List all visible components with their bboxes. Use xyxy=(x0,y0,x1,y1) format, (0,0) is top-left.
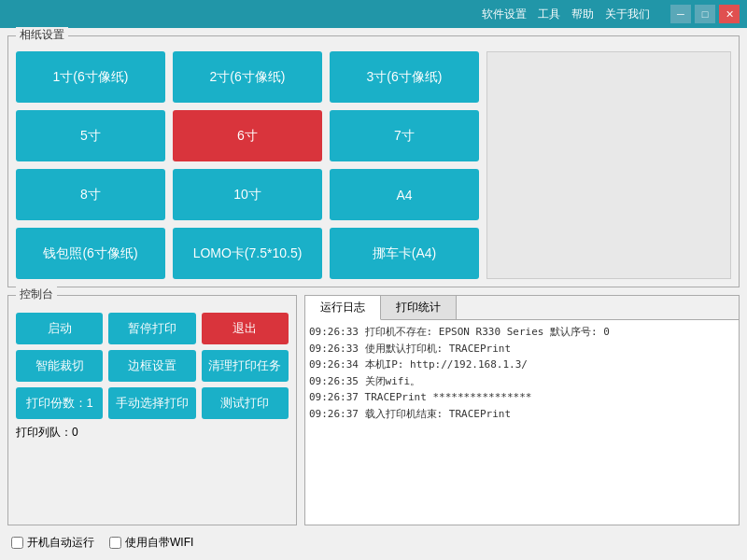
ctrl-row2-btn-2[interactable]: 清理打印任务 xyxy=(202,350,289,382)
menu-bar: 软件设置 工具 帮助 关于我们 xyxy=(7,7,659,22)
log-line: 09:26:37 TRACEPrint **************** xyxy=(309,389,735,406)
paper-btn-7[interactable]: 10寸 xyxy=(173,169,322,220)
control-panel: 控制台 启动暂停打印退出 智能裁切边框设置清理打印任务 打印份数：1手动选择打印… xyxy=(7,295,297,525)
footer: 开机自动运行 使用自带WIFI xyxy=(7,533,740,553)
paper-section-title: 相纸设置 xyxy=(16,27,68,43)
paper-btn-2[interactable]: 3寸(6寸像纸) xyxy=(330,51,479,103)
wifi-label: 使用自带WIFI xyxy=(125,535,193,551)
close-button[interactable]: ✕ xyxy=(719,5,740,23)
log-line: 09:26:37 载入打印机结束: TRACEPrint xyxy=(309,406,735,423)
log-line: 09:26:33 使用默认打印机: TRACEPrint xyxy=(309,341,735,357)
window-controls: ─ □ ✕ xyxy=(670,5,740,23)
paper-btn-10[interactable]: LOMO卡(7.5*10.5) xyxy=(173,228,322,279)
log-line: 09:26:34 本机IP: http://192.168.1.3/ xyxy=(309,357,735,373)
control-row1: 启动暂停打印退出 xyxy=(16,313,289,344)
ctrl-row3-btn-1[interactable]: 手动选择打印 xyxy=(108,387,195,419)
ctrl-row1-btn-1[interactable]: 暂停打印 xyxy=(108,313,195,344)
paper-btn-1[interactable]: 2寸(6寸像纸) xyxy=(173,51,322,103)
log-line: 09:26:35 关闭wifi。 xyxy=(309,373,735,390)
log-panel: 运行日志打印统计 09:26:33 打印机不存在: EPSON R330 Ser… xyxy=(304,295,740,525)
control-row2: 智能裁切边框设置清理打印任务 xyxy=(16,350,289,382)
menu-software-settings[interactable]: 软件设置 xyxy=(482,7,527,22)
autostart-checkbox-label[interactable]: 开机自动运行 xyxy=(11,535,94,551)
wifi-checkbox[interactable] xyxy=(109,537,121,549)
bottom-area: 控制台 启动暂停打印退出 智能裁切边框设置清理打印任务 打印份数：1手动选择打印… xyxy=(7,295,740,525)
log-tabs: 运行日志打印统计 xyxy=(305,296,739,320)
log-line: 09:26:33 打印机不存在: EPSON R330 Series 默认序号:… xyxy=(309,324,735,341)
paper-btn-8[interactable]: A4 xyxy=(330,169,479,220)
ctrl-row2-btn-1[interactable]: 边框设置 xyxy=(108,350,195,382)
control-row3: 打印份数：1手动选择打印测试打印 xyxy=(16,387,289,419)
paper-grid: 1寸(6寸像纸)2寸(6寸像纸)3寸(6寸像纸)5寸6寸7寸8寸10寸A4钱包照… xyxy=(16,51,479,279)
paper-btn-3[interactable]: 5寸 xyxy=(16,110,165,161)
queue-status: 打印列队：0 xyxy=(16,425,78,441)
log-tab-1[interactable]: 打印统计 xyxy=(381,296,457,319)
menu-tools[interactable]: 工具 xyxy=(538,7,560,22)
paper-btn-5[interactable]: 7寸 xyxy=(330,110,479,161)
main-content: 相纸设置 1寸(6寸像纸)2寸(6寸像纸)3寸(6寸像纸)5寸6寸7寸8寸10寸… xyxy=(0,28,747,560)
minimize-button[interactable]: ─ xyxy=(670,5,691,23)
paper-btn-11[interactable]: 挪车卡(A4) xyxy=(330,228,479,279)
autostart-checkbox[interactable] xyxy=(11,537,23,549)
ctrl-row1-btn-2[interactable]: 退出 xyxy=(202,313,289,344)
menu-help[interactable]: 帮助 xyxy=(571,7,594,22)
status-row: 打印列队：0 xyxy=(16,425,289,441)
maximize-button[interactable]: □ xyxy=(695,5,715,23)
menu-about[interactable]: 关于我们 xyxy=(605,7,650,22)
ctrl-row3-btn-2[interactable]: 测试打印 xyxy=(202,387,289,419)
wifi-checkbox-label[interactable]: 使用自带WIFI xyxy=(109,535,193,551)
paper-btn-0[interactable]: 1寸(6寸像纸) xyxy=(16,51,165,103)
log-tab-0[interactable]: 运行日志 xyxy=(305,296,381,320)
paper-section: 相纸设置 1寸(6寸像纸)2寸(6寸像纸)3寸(6寸像纸)5寸6寸7寸8寸10寸… xyxy=(7,35,740,287)
ctrl-row3-btn-0[interactable]: 打印份数：1 xyxy=(16,387,103,419)
log-content: 09:26:33 打印机不存在: EPSON R330 Series 默认序号:… xyxy=(305,320,739,525)
ctrl-row1-btn-0[interactable]: 启动 xyxy=(16,313,103,344)
titlebar: 软件设置 工具 帮助 关于我们 ─ □ ✕ xyxy=(0,0,747,28)
ctrl-row2-btn-0[interactable]: 智能裁切 xyxy=(16,350,103,382)
preview-area xyxy=(486,51,731,279)
paper-btn-9[interactable]: 钱包照(6寸像纸) xyxy=(16,228,165,279)
control-panel-title: 控制台 xyxy=(16,287,57,302)
autostart-label: 开机自动运行 xyxy=(27,535,94,551)
paper-btn-4[interactable]: 6寸 xyxy=(173,110,322,161)
paper-btn-6[interactable]: 8寸 xyxy=(16,169,165,220)
